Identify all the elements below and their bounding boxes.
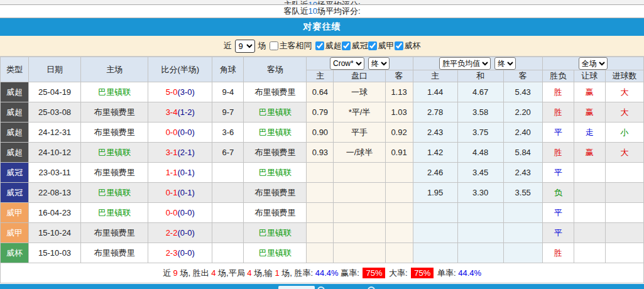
league-type-badge: 威甲 [1,203,29,223]
euro-odds-away [503,243,542,263]
same-venue-option[interactable]: 主客相同 [270,40,312,52]
asia-odds-away: 0.92 [385,123,413,143]
home-team: 巴里镇联 [81,82,148,102]
league-filter-威冠[interactable]: 威冠 [342,40,368,52]
corner-count [212,223,244,243]
asia-odds-home [307,243,334,263]
result-goals [605,223,643,243]
league-checkbox[interactable] [395,41,403,50]
matches-label: 场 [258,40,266,52]
euro-odds-draw [457,203,503,223]
sub-header-euro-draw: 和 [457,70,503,82]
sub-header-goals-result: 进球数 [605,70,643,82]
summary-segment: 场, 胜率: [280,268,315,278]
euro-odds-home: 1.95 [413,183,457,203]
section-title: 对赛往绩 [303,21,341,33]
corner-count: 3-6 [212,123,244,143]
match-row: 威甲15-10-24布里顿费里2-2(0-0)巴里镇联平 [1,223,644,243]
result-goals: 大 [605,102,643,123]
league-filter-威杯[interactable]: 威杯 [395,40,421,52]
scope-select[interactable]: 全场 [579,57,608,70]
euro-odds-home [413,223,457,243]
euro-odds-away [503,203,542,223]
summary-row: 近 9 场, 胜出 4 场,平局 4 场,输 1 场, 胜率: 44.4% 赢率… [1,263,644,283]
col-header-score: 比分(半场) [148,57,212,82]
result-goals: 大 [605,82,643,102]
match-row: 威超24-12-31布里顿费里0-0(0-0)3-6巴里镇联0.90平手0.92… [1,123,644,143]
home-team: 巴里镇联 [81,143,148,163]
home-avg-rating-row: 主队近10场平均评分: [0,0,644,5]
col-header-date: 日期 [29,57,81,82]
summary-segment: 75% [411,268,434,278]
summary-segment: 单率: [435,268,458,278]
europe-odds-select[interactable]: 胜平负均值 [439,57,491,70]
summary-text: 近 9 场, 胜出 4 场,平局 4 场,输 1 场, 胜率: 44.4% 赢率… [1,263,644,283]
result-handicap: 走 [574,123,605,143]
league-label: 威甲 [378,40,395,52]
asia-odds-away: 1.13 [385,82,413,102]
match-date: 16-04-23 [29,203,81,223]
league-filters: 威超威冠威甲威杯 [315,40,421,52]
euro-odds-away: 2.40 [503,123,542,143]
euro-odds-away [503,223,542,243]
corner-count [212,163,244,183]
league-type-badge: 威冠 [1,183,29,203]
europe-time-select[interactable]: 终 [494,57,516,70]
summary-segment: 9 [173,268,178,278]
league-checkbox[interactable] [368,41,377,50]
asia-handicap: 一/球半 [334,143,385,163]
league-filter-威甲[interactable]: 威甲 [368,40,395,52]
asia-odds-home: 0.79 [307,102,334,123]
league-filter-威超[interactable]: 威超 [315,40,342,52]
odds-time-select[interactable]: 终 [368,57,390,70]
match-date: 24-12-31 [29,123,81,143]
euro-odds-away: 3.55 [503,183,542,203]
result-goals: 小 [605,123,643,143]
odds-company-select[interactable]: Crow* [330,57,364,70]
near-label: 近 [224,40,232,52]
match-date: 25-04-19 [29,82,81,102]
match-score: 1-1(0-1) [148,163,212,183]
euro-odds-away: 2.43 [503,163,542,183]
result-handicap [574,203,605,223]
next-section-title-partial [278,286,315,289]
match-score: 5-0(3-0) [148,82,212,102]
away-team: 布里顿费里 [244,143,307,163]
match-date: 25-03-08 [29,102,81,123]
match-count-select[interactable]: 9 [235,40,255,53]
match-date: 24-10-12 [29,143,81,163]
league-type-badge: 威超 [1,102,29,123]
europe-odds-select-cell: 胜平负均值终 [413,57,542,70]
result-handicap: 赢 [574,143,605,163]
same-venue-checkbox[interactable] [270,41,278,50]
result-goals [605,183,643,203]
euro-odds-home: 2.46 [413,163,457,183]
league-type-badge: 威超 [1,143,29,163]
away-avg-rating-row: 客队近10场平均评分: [0,5,644,18]
h2h-panel: 主队近10场平均评分: 客队近10场平均评分: 对赛往绩 近 9 场 主客相同 … [0,0,644,289]
result-handicap [574,243,605,263]
radio-icon [368,286,375,289]
result-outcome: 胜 [542,82,574,102]
match-score: 0-1(0-1) [148,183,212,203]
match-date: 15-10-24 [29,223,81,243]
match-score: 0-0(0-0) [148,123,212,143]
next-section-bar-clipped [0,284,644,289]
match-row: 威超24-10-12巴里镇联3-1(2-1)6-7布里顿费里0.93一/球半0.… [1,143,644,163]
asia-handicap [334,223,385,243]
result-goals: 大 [605,143,643,163]
league-checkbox[interactable] [315,41,324,50]
col-header-corner: 角球 [212,57,244,82]
asia-odds-away [385,203,413,223]
sub-header-asia-home: 主 [307,70,334,82]
euro-odds-draw: 3.58 [457,102,503,123]
league-checkbox[interactable] [342,41,351,50]
asia-odds-home [307,203,334,223]
sub-header-euro-home: 主 [413,70,457,82]
col-header-type: 类型 [1,57,29,82]
corner-count: 9-4 [212,82,244,102]
asia-odds-home: 0.64 [307,82,334,102]
asia-odds-away: 0.91 [385,143,413,163]
home-team: 布里顿费里 [81,223,148,243]
corner-count [212,183,244,203]
